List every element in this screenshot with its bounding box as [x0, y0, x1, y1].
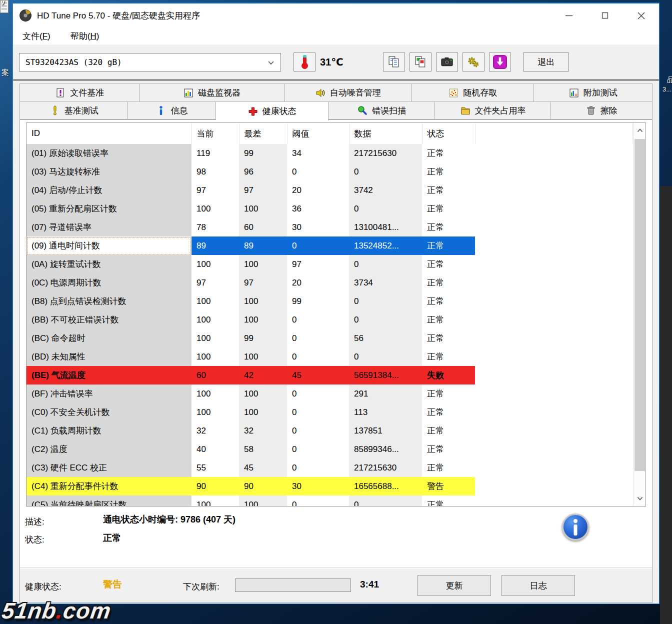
menu-file[interactable]: 文件(F) [22, 30, 50, 42]
cell-data: 56 [349, 329, 422, 348]
table-row[interactable]: (05) 重新分配扇区计数100100360正常 [26, 200, 633, 218]
cell-id: (05) 重新分配扇区计数 [26, 200, 192, 218]
update-button[interactable]: 更新 [418, 575, 491, 596]
maximize-button[interactable] [587, 4, 623, 28]
cell-id: (BD) 未知属性 [26, 348, 192, 366]
cell-status: 正常 [422, 440, 475, 458]
cell-worst: 100 [239, 200, 287, 218]
cell-filler [475, 384, 633, 403]
cell-worst: 97 [239, 274, 287, 292]
copy-report-button[interactable] [383, 52, 405, 72]
log-button[interactable]: 日志 [502, 575, 575, 596]
cell-threshold: 0 [287, 422, 349, 440]
table-row[interactable]: (C5) 当前待映射扇区计数10010000正常 [26, 496, 633, 506]
table-row[interactable]: (01) 原始读取错误率1199934217215630正常 [26, 144, 633, 162]
cell-filler [475, 255, 633, 274]
scroll-down-icon[interactable] [634, 491, 646, 506]
table-row[interactable]: (BB) 不可校正错误计数10010000正常 [26, 310, 633, 329]
col-header-id[interactable]: ID [26, 123, 192, 144]
cell-current: 89 [192, 236, 239, 255]
table-row[interactable]: (C2) 温度4058085899346...正常 [26, 440, 633, 458]
col-header-data[interactable]: 数据 [349, 123, 422, 144]
table-header-row: ID 当前 最差 阈值 数据 状态 [26, 123, 633, 144]
cell-worst: 100 [239, 384, 287, 403]
tab-folder-usage[interactable]: 文件夹占用率 [435, 102, 550, 120]
cell-data: 0 [349, 292, 422, 310]
col-header-threshold[interactable]: 阈值 [287, 123, 349, 144]
cell-filler [475, 310, 633, 329]
tab-error-scan[interactable]: 错误扫描 [328, 102, 435, 120]
tab-file-benchmark[interactable]: 文件基准 [20, 84, 140, 102]
tab-disk-monitor[interactable]: 磁盘监视器 [140, 84, 284, 102]
desktop-icon-label-right-2: 3... [662, 86, 672, 93]
benchmark-icon [50, 105, 60, 116]
cell-data: 0 [349, 162, 422, 181]
cell-worst: 99 [239, 144, 287, 162]
cell-threshold: 30 [287, 477, 349, 496]
col-header-worst[interactable]: 最差 [239, 123, 287, 144]
cell-status: 警告 [422, 477, 475, 496]
cell-current: 100 [192, 329, 239, 348]
random-access-icon [448, 88, 459, 98]
table-row[interactable]: (09) 通电时间计数8989013524852...正常 [26, 236, 633, 255]
cell-status: 正常 [422, 310, 475, 329]
table-row[interactable]: (0A) 旋转重试计数100100970正常 [26, 255, 633, 274]
app-icon [19, 9, 32, 22]
temperature-button[interactable] [294, 52, 316, 72]
cell-current: 78 [192, 218, 239, 236]
table-row[interactable]: (C4) 重新分配事件计数90903016565688...警告 [26, 477, 633, 496]
info-icon[interactable] [562, 514, 589, 540]
table-row[interactable]: (BF) 冲击错误率1001000291正常 [26, 384, 633, 403]
tab-benchmark[interactable]: 基准测试 [20, 102, 128, 120]
screenshot-icon [440, 55, 454, 69]
cell-worst: 100 [239, 310, 287, 329]
tab-random-access[interactable]: 随机存取 [412, 84, 534, 102]
desktop-icon-label-left: 案 [2, 68, 9, 78]
table-row[interactable]: (BD) 未知属性10010000正常 [26, 348, 633, 366]
drive-select-value: ST9320423AS (320 gB) [26, 58, 122, 67]
tab-label: 擦除 [600, 105, 618, 116]
tab-extra-tests[interactable]: 附加测试 [534, 84, 652, 102]
settings-button[interactable] [462, 52, 484, 72]
tab-info[interactable]: 信息 [128, 102, 216, 120]
cell-id: (BE) 气流温度 [26, 366, 192, 384]
minimize-button[interactable] [551, 4, 587, 28]
close-button[interactable] [623, 4, 659, 28]
table-row[interactable]: (07) 寻道错误率78603013100481...正常 [26, 218, 633, 236]
cell-threshold: 0 [287, 496, 349, 506]
screenshot-button[interactable] [436, 52, 458, 72]
chevron-down-icon [268, 58, 274, 67]
scrollbar-thumb[interactable] [634, 139, 645, 471]
cell-current: 55 [192, 458, 239, 477]
table-row[interactable]: (C0) 不安全关机计数1001000113正常 [26, 403, 633, 422]
cell-filler [475, 496, 633, 506]
table-row[interactable]: (B8) 点到点错误检测计数100100990正常 [26, 292, 633, 310]
copy-image-button[interactable] [410, 52, 432, 72]
table-row[interactable]: (C1) 负载周期计数32320137851正常 [26, 422, 633, 440]
table-row[interactable]: (C3) 硬件 ECC 校正55450217215630正常 [26, 458, 633, 477]
col-header-current[interactable]: 当前 [192, 123, 239, 144]
save-results-button[interactable] [489, 52, 511, 72]
window-title: HD Tune Pro 5.70 - 硬盘/固态硬盘实用程序 [37, 10, 200, 22]
cell-threshold: 30 [287, 218, 349, 236]
table-row[interactable]: (BE) 气流温度60424556591384...失败 [26, 366, 633, 384]
cell-filler [475, 403, 633, 422]
table-row[interactable]: (04) 启动/停止计数9797203742正常 [26, 181, 633, 200]
table-row[interactable]: (03) 马达旋转标准989600正常 [26, 162, 633, 181]
cell-current: 90 [192, 477, 239, 496]
scroll-up-icon[interactable] [634, 123, 646, 138]
drive-select[interactable]: ST9320423AS (320 gB) [19, 53, 281, 72]
table-row[interactable]: (BC) 命令超时10099056正常 [26, 329, 633, 348]
exit-button[interactable]: 退出 [523, 52, 569, 72]
cell-id: (BC) 命令超时 [26, 329, 192, 348]
titlebar: HD Tune Pro 5.70 - 硬盘/固态硬盘实用程序 [13, 4, 659, 28]
tab-erase[interactable]: 擦除 [551, 102, 652, 120]
table-row[interactable]: (0C) 电源周期计数9797203734正常 [26, 274, 633, 292]
tab-noise[interactable]: 自动噪音管理 [284, 84, 412, 102]
col-header-status[interactable]: 状态 [422, 123, 475, 144]
tab-health[interactable]: 健康状态 [216, 102, 328, 120]
cell-threshold: 20 [287, 181, 349, 200]
table-scrollbar[interactable] [633, 123, 646, 506]
cell-id: (01) 原始读取错误率 [26, 144, 192, 162]
menu-help[interactable]: 帮助(H) [70, 30, 100, 42]
